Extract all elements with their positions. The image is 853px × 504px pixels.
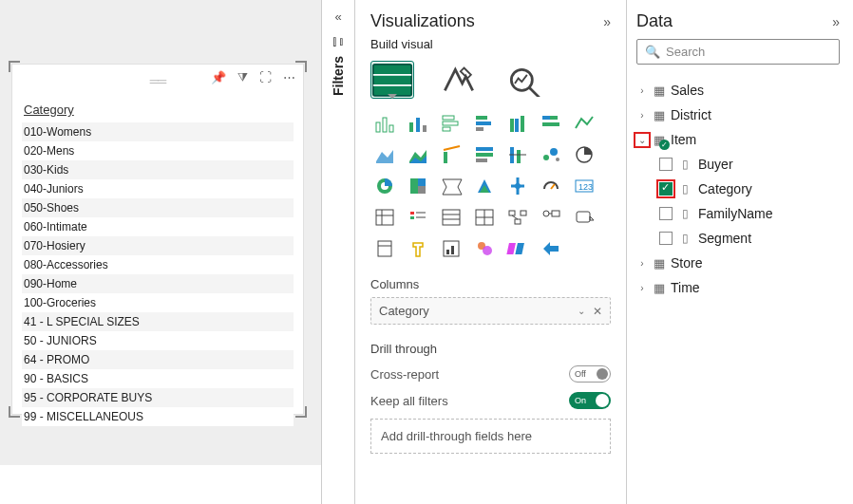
table-row[interactable]: 050-Shoes: [22, 198, 294, 217]
table-row[interactable]: 090-Home: [22, 274, 294, 293]
checkbox[interactable]: [659, 232, 673, 245]
viz-type-100-stacked-bar[interactable]: [503, 110, 532, 137]
cross-report-toggle[interactable]: Off: [569, 365, 611, 383]
chevron-icon[interactable]: ›: [636, 85, 648, 96]
viz-type-qa[interactable]: [570, 204, 598, 231]
viz-type-gauge[interactable]: [537, 173, 565, 199]
svg-rect-9: [416, 118, 420, 132]
table-store[interactable]: ›▦Store: [636, 251, 840, 275]
viz-type-card[interactable]: 123: [570, 173, 598, 199]
table-row[interactable]: 100-Groceries: [22, 293, 294, 312]
viz-type-clustered-hbar[interactable]: [470, 110, 499, 137]
viz-type-power-apps[interactable]: [503, 235, 532, 262]
table-column-header[interactable]: Category: [22, 99, 294, 121]
collapse-data-icon[interactable]: »: [832, 14, 840, 29]
viz-type-clustered-bar[interactable]: [404, 110, 432, 137]
viz-type-waterfall[interactable]: [503, 141, 532, 168]
build-visual-tab[interactable]: [370, 61, 414, 99]
field-chip-category[interactable]: Category: [379, 304, 429, 318]
collapse-visualizations-icon[interactable]: »: [603, 14, 611, 29]
viz-type-kpi[interactable]: [404, 204, 432, 231]
table-district[interactable]: ›▦District: [636, 103, 840, 127]
viz-type-line[interactable]: [570, 110, 598, 137]
table-visual[interactable]: ══ 📌 ⧩ ⛶ ⋯ Category 010-Womens020-Mens03…: [11, 64, 304, 415]
field-buyer[interactable]: ▯Buyer: [659, 152, 840, 177]
viz-type-area[interactable]: [370, 141, 399, 168]
viz-type-paginated[interactable]: [370, 235, 399, 262]
table-body: 010-Womens020-Mens030-Kids040-Juniors050…: [22, 122, 294, 426]
viz-type-python-visual[interactable]: [470, 235, 499, 262]
field-category[interactable]: ▯Category: [659, 177, 840, 201]
viz-type-line-bar-combo[interactable]: [437, 141, 465, 168]
svg-rect-12: [443, 121, 458, 125]
viz-type-matrix[interactable]: [470, 204, 499, 231]
viz-type-decomposition-tree[interactable]: [503, 204, 532, 231]
table-row[interactable]: 64 - PROMO: [22, 350, 294, 369]
viz-type-stacked-bar[interactable]: [370, 110, 399, 137]
svg-rect-46: [410, 212, 414, 215]
viz-type-r-visual[interactable]: [437, 235, 465, 262]
checkbox[interactable]: [659, 207, 673, 220]
viz-type-power-automate[interactable]: [537, 235, 565, 262]
table-row[interactable]: 010-Womens: [22, 122, 294, 141]
filter-icon[interactable]: ⧩: [237, 70, 248, 85]
chevron-icon[interactable]: ›: [636, 258, 648, 269]
table-row[interactable]: 90 - BASICS: [22, 369, 294, 388]
focus-mode-icon[interactable]: ⛶: [259, 70, 272, 85]
columns-field-well[interactable]: Category ⌄ ✕: [370, 297, 611, 325]
viz-type-stacked-hbar[interactable]: [437, 110, 465, 137]
viz-type-donut[interactable]: [370, 173, 399, 199]
table-row[interactable]: 080-Accessories: [22, 255, 294, 274]
table-row[interactable]: 060-Intimate: [22, 217, 294, 236]
filters-pane-collapsed[interactable]: « ⫿⫾ Filters: [321, 0, 355, 504]
search-input[interactable]: 🔍 Search: [636, 39, 840, 65]
chevron-icon[interactable]: ›: [636, 110, 648, 121]
viz-type-pie[interactable]: [570, 141, 598, 168]
drill-through-dropzone[interactable]: Add drill-through fields here: [370, 419, 611, 454]
chevron-icon[interactable]: ⌄: [636, 135, 648, 145]
keep-all-filters-toggle[interactable]: On: [569, 392, 611, 409]
format-visual-tab[interactable]: [437, 61, 481, 99]
keep-all-filters-label: Keep all filters: [370, 394, 448, 408]
checkbox[interactable]: [659, 182, 673, 196]
viz-type-table[interactable]: [437, 204, 465, 231]
table-row[interactable]: 95 - CORPORATE BUYS: [22, 388, 294, 407]
remove-field-icon[interactable]: ✕: [593, 305, 602, 318]
chevron-icon[interactable]: ›: [636, 283, 648, 293]
table-row[interactable]: 020-Mens: [22, 141, 294, 160]
viz-type-100-stacked-hbar[interactable]: [537, 110, 565, 137]
table-row[interactable]: 99 - MISCELLANEOUS: [22, 407, 294, 426]
viz-type-funnel[interactable]: [437, 173, 465, 199]
viz-type-filled-map[interactable]: [503, 173, 532, 199]
svg-rect-8: [409, 122, 413, 132]
field-menu-icon[interactable]: ⌄: [578, 306, 585, 316]
table-row[interactable]: 50 - JUNIORS: [22, 331, 294, 350]
table-row[interactable]: 41 - L SPECIAL SIZES: [22, 312, 294, 331]
expand-filters-icon[interactable]: «: [322, 9, 354, 24]
pin-icon[interactable]: 📌: [211, 70, 226, 85]
viz-type-ribbon[interactable]: [470, 141, 499, 168]
table-item[interactable]: ⌄▦Item: [636, 127, 840, 152]
viz-type-key-influencers[interactable]: [537, 204, 565, 231]
svg-text:123: 123: [578, 182, 593, 192]
field-familyname[interactable]: ▯FamilyName: [659, 201, 840, 226]
report-canvas[interactable]: ══ 📌 ⧩ ⛶ ⋯ Category 010-Womens020-Mens03…: [0, 0, 321, 465]
viz-type-stacked-area[interactable]: [404, 141, 432, 168]
table-row[interactable]: 070-Hosiery: [22, 236, 294, 255]
svg-rect-47: [410, 216, 414, 219]
viz-type-multi-card[interactable]: [370, 204, 399, 231]
viz-type-treemap[interactable]: [404, 173, 432, 199]
analytics-tab[interactable]: [503, 61, 547, 99]
table-time[interactable]: ›▦Time: [636, 275, 840, 300]
drag-handle-icon[interactable]: ══: [150, 74, 165, 88]
viz-type-map[interactable]: [470, 173, 499, 199]
more-options-icon[interactable]: ⋯: [283, 70, 295, 85]
svg-rect-56: [509, 211, 515, 215]
table-row[interactable]: 040-Juniors: [22, 179, 294, 198]
checkbox[interactable]: [659, 158, 673, 171]
table-row[interactable]: 030-Kids: [22, 160, 294, 179]
table-sales[interactable]: ›▦Sales: [636, 78, 840, 103]
viz-type-scatter[interactable]: [537, 141, 565, 168]
field-segment[interactable]: ▯Segment: [659, 226, 840, 251]
viz-type-trophy[interactable]: [404, 235, 432, 262]
